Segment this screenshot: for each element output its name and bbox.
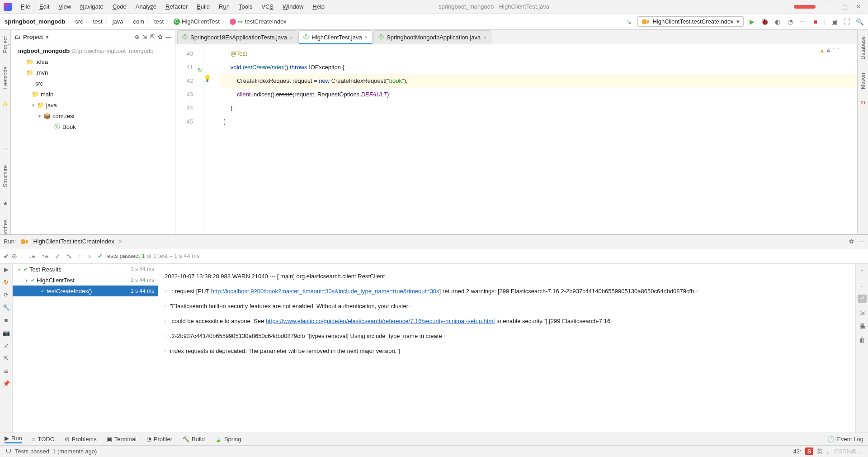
pin-icon[interactable]: 📌 [3,380,10,387]
wrench-icon[interactable]: 🔧 [3,304,10,311]
rerun-failed-button[interactable]: ↻ [3,278,10,286]
show-passed-button[interactable]: ✔ [4,252,9,260]
tree-item[interactable]: 📁main [11,89,175,100]
console-output[interactable]: 2022-10-07 13:38:28.983 WARN 21040 --- [… [158,264,855,443]
bottom-tab-run[interactable]: ▶Run [5,435,22,443]
stop-button[interactable]: ■ [811,18,820,26]
tree-item[interactable]: 📁.idea [11,56,175,67]
tree-item[interactable]: 📁.mvn [11,67,175,78]
editor-tab[interactable]: ⒸSpringboot18EsApplicationTests.java× [177,30,297,44]
editor-tab[interactable]: ⒸHighClientTest.java× [298,30,373,44]
search-everywhere-button[interactable]: 🔍 [855,18,863,26]
inspection-badge[interactable]: ▲ 4 ˄ ˅ [819,47,840,54]
intention-bulb-icon[interactable]: 💡 [203,75,211,82]
menu-edit[interactable]: Edit [36,2,53,11]
menu-view[interactable]: View [55,2,75,11]
down-icon[interactable]: ˅ [837,47,840,54]
expand-button[interactable]: ⛶ [843,18,851,26]
scroll-to-end-icon[interactable]: ⇲ [859,309,865,316]
tree-item[interactable]: ⒸBook [11,121,175,132]
close-tab-icon[interactable]: × [119,238,122,245]
chevron-down-icon[interactable]: ▾ [46,33,49,40]
bc-class[interactable]: HighClientTest [182,18,220,25]
rerun-button[interactable]: ▶ [3,266,10,273]
expand-all-button[interactable]: ⇲ [142,33,147,40]
event-log-button[interactable]: 🕑Event Log [827,436,863,443]
tree-root[interactable]: ingboot_mongodb D:\project\springboot_mo… [11,45,175,56]
bc-root[interactable]: springboot_mongodb [5,18,65,25]
scroll-up-icon[interactable]: ↑ [860,267,863,275]
bc-test2[interactable]: test [154,18,164,25]
minimize-button[interactable]: — [828,3,834,10]
sort-1-icon[interactable]: ↓≡ [28,252,35,260]
up-icon[interactable]: ˄ [832,47,835,54]
attach-button[interactable]: ⋯ [799,18,807,26]
hide-button[interactable]: — [165,33,171,40]
menu-analyze[interactable]: Analyze [132,2,160,11]
tool-database-tab[interactable]: Database [860,36,866,59]
coverage-button[interactable]: ◐ [774,18,782,26]
tool-maven-tab[interactable]: Maven [860,73,866,89]
tree-item[interactable]: src [11,78,175,89]
settings-button[interactable]: ✿ [158,33,163,40]
menu-tools[interactable]: Tools [235,2,256,11]
debug-button[interactable]: 🐞 [761,18,769,26]
run-hide-button[interactable]: — [859,238,864,245]
project-tree[interactable]: ingboot_mongodb D:\project\springboot_mo… [11,44,175,234]
run-settings-button[interactable]: ✿ [849,238,854,245]
run-config-select[interactable]: ⬤◗ HighClientTest.testCreateIndex ▾ [637,16,743,27]
export-icon[interactable]: ⇱ [3,354,10,362]
close-tab-icon[interactable]: × [483,35,486,40]
menu-build[interactable]: Build [193,2,213,11]
menu-help[interactable]: Help [309,2,328,11]
bc-com[interactable]: com [133,18,144,25]
camera-icon[interactable]: 📷 [3,329,10,336]
bottom-tab-build[interactable]: 🔨Build [182,436,205,443]
menu-refactor[interactable]: Refactor [162,2,191,11]
layout-button[interactable]: ▣ [830,18,838,26]
layout-icon[interactable]: ⑇ [3,342,10,349]
clear-icon[interactable]: 🗑 [859,336,865,343]
collapse-icon[interactable]: ⤡ [66,252,72,260]
scroll-down-icon[interactable]: ↓ [860,281,863,288]
menu-run[interactable]: Run [215,2,233,11]
bc-java[interactable]: java [113,18,123,25]
ime-indicator[interactable]: S [805,447,814,455]
menu-window[interactable]: Window [279,2,307,11]
code-area[interactable]: 4041↻42434445 💡 @Test void testCreateInd… [175,44,857,234]
build-icon[interactable]: ↘ [625,18,633,26]
locate-button[interactable]: ⊕ [135,33,140,40]
tree-item[interactable]: ▾📦com.test [11,110,175,121]
maximize-button[interactable]: ▢ [842,3,848,10]
tool-leetcode-tab[interactable]: Leetcode [2,67,9,89]
bc-method[interactable]: testCreateIndex [245,18,287,25]
menu-vcs[interactable]: VCS [258,2,277,11]
prev-fail-icon[interactable]: ↑ [78,252,81,260]
editor-tab[interactable]: ⓈSpringbootMongodbApplication.java× [373,30,491,44]
bottom-tab-profiler[interactable]: ◔Profiler [146,436,172,443]
close-button[interactable]: ✕ [856,3,861,10]
menu-code[interactable]: Code [109,2,130,11]
test-tree[interactable]: ▾✔Test Results1 s 44 ms▾✔HighClientTest1… [13,264,158,443]
stop-run-button[interactable]: ■ [3,316,10,324]
bc-test[interactable]: test [93,18,103,25]
tree-item[interactable]: ▾📁java [11,100,175,110]
bottom-tab-problems[interactable]: ⊘Problems [65,436,97,443]
bottom-tab-todo[interactable]: ≡TODO [32,436,55,443]
tool-structure-tab[interactable]: Structure [2,165,9,187]
expand-icon[interactable]: ⤢ [55,252,60,260]
close-tab-icon[interactable]: × [365,34,368,40]
run-button[interactable]: ▶ [748,18,756,26]
test-tree-row[interactable]: ✔testCreateIndex()1 s 44 ms [13,286,158,296]
tool-project-tab[interactable]: Project [2,36,9,53]
show-ignored-button[interactable]: ⊘ [12,252,17,260]
close-tab-icon[interactable]: × [290,35,292,40]
bottom-tab-spring[interactable]: 🍃Spring [215,436,241,443]
next-fail-icon[interactable]: » [88,252,91,260]
soft-wrap-icon[interactable]: ⤶ [858,295,867,303]
code-lines[interactable]: @Test void testCreateIndex() throws IOEx… [212,44,857,234]
url-link-1[interactable]: http://localhost:9200/book?master_timeou… [211,288,439,295]
sort-2-icon[interactable]: ↑≡ [42,252,48,260]
bc-src[interactable]: src [75,18,83,25]
print-icon[interactable]: 🖶 [859,323,865,330]
